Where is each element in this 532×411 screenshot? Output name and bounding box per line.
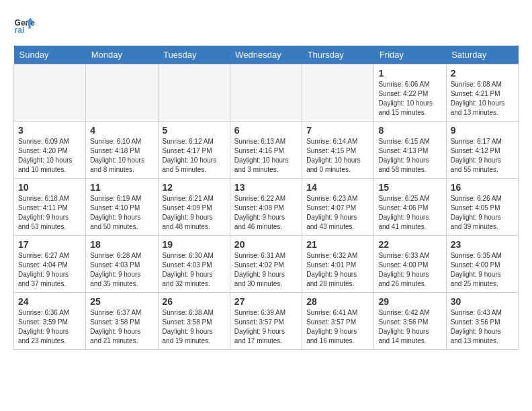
day-number: 26	[163, 296, 226, 307]
calendar-cell: 27Sunrise: 6:39 AM Sunset: 3:57 PM Dayli…	[230, 293, 302, 350]
day-info: Sunrise: 6:25 AM Sunset: 4:06 PM Dayligh…	[378, 194, 441, 232]
day-info: Sunrise: 6:15 AM Sunset: 4:13 PM Dayligh…	[378, 137, 441, 175]
weekday-header: Friday	[374, 46, 446, 64]
day-info: Sunrise: 6:08 AM Sunset: 4:21 PM Dayligh…	[451, 80, 514, 118]
calendar-cell: 13Sunrise: 6:22 AM Sunset: 4:08 PM Dayli…	[230, 179, 302, 236]
day-info: Sunrise: 6:21 AM Sunset: 4:09 PM Dayligh…	[163, 194, 226, 232]
calendar-cell: 26Sunrise: 6:38 AM Sunset: 3:58 PM Dayli…	[158, 293, 230, 350]
calendar-cell: 3Sunrise: 6:09 AM Sunset: 4:20 PM Daylig…	[14, 122, 86, 179]
day-number: 10	[18, 182, 81, 193]
day-number: 6	[234, 125, 298, 136]
calendar-cell: 19Sunrise: 6:30 AM Sunset: 4:03 PM Dayli…	[158, 236, 230, 293]
day-info: Sunrise: 6:39 AM Sunset: 3:57 PM Dayligh…	[234, 308, 298, 346]
day-info: Sunrise: 6:26 AM Sunset: 4:05 PM Dayligh…	[451, 194, 514, 232]
day-info: Sunrise: 6:42 AM Sunset: 3:56 PM Dayligh…	[378, 308, 441, 346]
day-info: Sunrise: 6:37 AM Sunset: 3:58 PM Dayligh…	[90, 308, 153, 346]
day-number: 21	[306, 239, 369, 250]
day-number: 12	[163, 182, 226, 193]
calendar-cell: 2Sunrise: 6:08 AM Sunset: 4:21 PM Daylig…	[446, 64, 518, 122]
day-number: 28	[306, 296, 369, 307]
calendar-cell: 20Sunrise: 6:31 AM Sunset: 4:02 PM Dayli…	[230, 236, 302, 293]
day-number: 30	[451, 296, 514, 307]
logo-icon: Gene ral	[13, 13, 35, 35]
calendar-cell: 18Sunrise: 6:28 AM Sunset: 4:03 PM Dayli…	[86, 236, 158, 293]
calendar-cell	[158, 64, 230, 122]
calendar-cell: 6Sunrise: 6:13 AM Sunset: 4:16 PM Daylig…	[230, 122, 302, 179]
calendar-cell: 21Sunrise: 6:32 AM Sunset: 4:01 PM Dayli…	[302, 236, 374, 293]
day-number: 16	[451, 182, 514, 193]
day-info: Sunrise: 6:43 AM Sunset: 3:56 PM Dayligh…	[451, 308, 514, 346]
day-info: Sunrise: 6:22 AM Sunset: 4:08 PM Dayligh…	[234, 194, 298, 232]
calendar-cell: 4Sunrise: 6:10 AM Sunset: 4:18 PM Daylig…	[86, 122, 158, 179]
day-info: Sunrise: 6:30 AM Sunset: 4:03 PM Dayligh…	[163, 251, 226, 289]
day-info: Sunrise: 6:35 AM Sunset: 4:00 PM Dayligh…	[451, 251, 514, 289]
calendar-body: 1Sunrise: 6:06 AM Sunset: 4:22 PM Daylig…	[14, 64, 519, 350]
day-info: Sunrise: 6:10 AM Sunset: 4:18 PM Dayligh…	[90, 137, 153, 175]
calendar-cell: 1Sunrise: 6:06 AM Sunset: 4:22 PM Daylig…	[374, 64, 446, 122]
calendar-week-row: 24Sunrise: 6:36 AM Sunset: 3:59 PM Dayli…	[14, 293, 519, 350]
calendar-cell: 16Sunrise: 6:26 AM Sunset: 4:05 PM Dayli…	[446, 179, 518, 236]
day-number: 8	[378, 125, 441, 136]
calendar-week-row: 17Sunrise: 6:27 AM Sunset: 4:04 PM Dayli…	[14, 236, 519, 293]
day-info: Sunrise: 6:28 AM Sunset: 4:03 PM Dayligh…	[90, 251, 153, 289]
day-number: 17	[18, 239, 81, 250]
svg-text:ral: ral	[15, 26, 25, 35]
calendar-cell: 29Sunrise: 6:42 AM Sunset: 3:56 PM Dayli…	[374, 293, 446, 350]
weekday-header: Sunday	[14, 46, 86, 64]
day-number: 11	[90, 182, 153, 193]
calendar-cell: 9Sunrise: 6:17 AM Sunset: 4:12 PM Daylig…	[446, 122, 518, 179]
day-info: Sunrise: 6:27 AM Sunset: 4:04 PM Dayligh…	[18, 251, 81, 289]
calendar-cell	[230, 64, 302, 122]
day-info: Sunrise: 6:32 AM Sunset: 4:01 PM Dayligh…	[306, 251, 369, 289]
calendar-cell: 8Sunrise: 6:15 AM Sunset: 4:13 PM Daylig…	[374, 122, 446, 179]
day-number: 3	[18, 125, 81, 136]
calendar-cell: 30Sunrise: 6:43 AM Sunset: 3:56 PM Dayli…	[446, 293, 518, 350]
weekday-header: Thursday	[302, 46, 374, 64]
calendar-cell	[302, 64, 374, 122]
calendar-week-row: 10Sunrise: 6:18 AM Sunset: 4:11 PM Dayli…	[14, 179, 519, 236]
day-info: Sunrise: 6:12 AM Sunset: 4:17 PM Dayligh…	[163, 137, 226, 175]
day-number: 29	[378, 296, 441, 307]
day-number: 13	[234, 182, 298, 193]
day-info: Sunrise: 6:09 AM Sunset: 4:20 PM Dayligh…	[18, 137, 81, 175]
day-number: 15	[378, 182, 441, 193]
calendar-cell: 14Sunrise: 6:23 AM Sunset: 4:07 PM Dayli…	[302, 179, 374, 236]
calendar-cell: 23Sunrise: 6:35 AM Sunset: 4:00 PM Dayli…	[446, 236, 518, 293]
weekday-header: Saturday	[446, 46, 518, 64]
calendar-header-row: SundayMondayTuesdayWednesdayThursdayFrid…	[14, 46, 519, 64]
day-info: Sunrise: 6:38 AM Sunset: 3:58 PM Dayligh…	[163, 308, 226, 346]
day-info: Sunrise: 6:31 AM Sunset: 4:02 PM Dayligh…	[234, 251, 298, 289]
day-info: Sunrise: 6:36 AM Sunset: 3:59 PM Dayligh…	[18, 308, 81, 346]
calendar-cell: 25Sunrise: 6:37 AM Sunset: 3:58 PM Dayli…	[86, 293, 158, 350]
calendar-table: SundayMondayTuesdayWednesdayThursdayFrid…	[13, 46, 519, 350]
calendar-cell: 11Sunrise: 6:19 AM Sunset: 4:10 PM Dayli…	[86, 179, 158, 236]
page-header: Gene ral	[13, 13, 519, 35]
calendar-cell: 7Sunrise: 6:14 AM Sunset: 4:15 PM Daylig…	[302, 122, 374, 179]
calendar-cell: 17Sunrise: 6:27 AM Sunset: 4:04 PM Dayli…	[14, 236, 86, 293]
day-info: Sunrise: 6:17 AM Sunset: 4:12 PM Dayligh…	[451, 137, 514, 175]
day-info: Sunrise: 6:06 AM Sunset: 4:22 PM Dayligh…	[378, 80, 441, 118]
day-number: 9	[451, 125, 514, 136]
day-info: Sunrise: 6:23 AM Sunset: 4:07 PM Dayligh…	[306, 194, 369, 232]
day-info: Sunrise: 6:14 AM Sunset: 4:15 PM Dayligh…	[306, 137, 369, 175]
day-number: 25	[90, 296, 153, 307]
calendar-cell: 22Sunrise: 6:33 AM Sunset: 4:00 PM Dayli…	[374, 236, 446, 293]
day-number: 2	[451, 68, 514, 79]
day-number: 20	[234, 239, 298, 250]
calendar-cell	[14, 64, 86, 122]
day-number: 5	[163, 125, 226, 136]
day-number: 19	[163, 239, 226, 250]
logo: Gene ral	[13, 13, 38, 35]
day-info: Sunrise: 6:13 AM Sunset: 4:16 PM Dayligh…	[234, 137, 298, 175]
day-number: 1	[378, 68, 441, 79]
weekday-header: Monday	[86, 46, 158, 64]
day-info: Sunrise: 6:33 AM Sunset: 4:00 PM Dayligh…	[378, 251, 441, 289]
day-number: 18	[90, 239, 153, 250]
day-info: Sunrise: 6:18 AM Sunset: 4:11 PM Dayligh…	[18, 194, 81, 232]
day-info: Sunrise: 6:41 AM Sunset: 3:57 PM Dayligh…	[306, 308, 369, 346]
calendar-cell: 12Sunrise: 6:21 AM Sunset: 4:09 PM Dayli…	[158, 179, 230, 236]
day-number: 23	[451, 239, 514, 250]
calendar-cell: 24Sunrise: 6:36 AM Sunset: 3:59 PM Dayli…	[14, 293, 86, 350]
calendar-week-row: 1Sunrise: 6:06 AM Sunset: 4:22 PM Daylig…	[14, 64, 519, 122]
weekday-header: Wednesday	[230, 46, 302, 64]
